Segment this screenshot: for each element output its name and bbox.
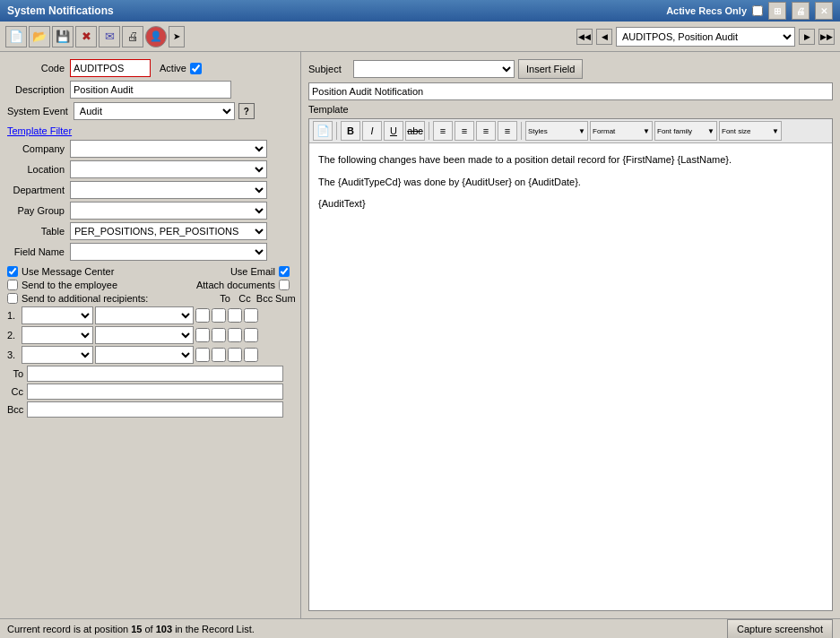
recipient-select2-3[interactable]	[95, 346, 194, 364]
location-label: Location	[7, 164, 70, 175]
active-checkbox[interactable]	[190, 63, 202, 74]
use-message-center-checkbox[interactable]	[7, 266, 18, 277]
ed-align-right-btn[interactable]: ≡	[476, 121, 496, 141]
cc-input[interactable]	[27, 384, 283, 400]
table-label: Table	[7, 226, 70, 237]
ed-align-center-btn[interactable]: ≡	[455, 121, 474, 141]
recipient-sum-2[interactable]	[244, 328, 258, 342]
ed-underline-btn[interactable]: U	[384, 121, 403, 141]
ed-strikethrough-btn[interactable]: abc	[405, 121, 425, 141]
col-sum-header: Sum	[275, 293, 293, 304]
recipient-select2-1[interactable]	[95, 306, 194, 324]
use-email-label: Use Email	[230, 266, 275, 277]
ed-font-family-dropdown[interactable]: Font family ▼	[654, 121, 717, 141]
description-input[interactable]	[70, 81, 231, 99]
use-email-checkbox[interactable]	[279, 266, 290, 277]
print-btn[interactable]: 🖨	[122, 26, 143, 47]
recipient-select1-1[interactable]	[22, 306, 93, 324]
template-editor: 📄 B I U abc ≡ ≡ ≡ ≡ Styles ▼ Format	[308, 118, 833, 611]
ed-sep-1	[336, 122, 337, 140]
subject-value-row	[308, 82, 833, 100]
nav-record-select[interactable]: AUDITPOS, Position Audit	[616, 27, 795, 47]
window-icon-1[interactable]: ⊞	[768, 2, 786, 20]
person-btn[interactable]: 👤	[145, 26, 167, 47]
to-row: To	[7, 366, 293, 382]
ed-italic-btn[interactable]: I	[362, 121, 382, 141]
to-input[interactable]	[27, 366, 283, 382]
system-event-select[interactable]: Audit	[74, 102, 235, 120]
cc-row: Cc	[7, 384, 293, 400]
ed-bold-btn[interactable]: B	[341, 121, 360, 141]
code-input[interactable]	[70, 59, 151, 77]
save-btn[interactable]: 💾	[52, 26, 74, 47]
insert-field-button[interactable]: Insert Field	[518, 59, 583, 79]
send-employee-checkbox[interactable]	[7, 280, 18, 290]
bcc-label: Bcc	[7, 404, 27, 415]
right-panel: Subject Insert Field Template 📄 B I	[301, 52, 840, 618]
window-icon-2[interactable]: 🖨	[792, 2, 810, 20]
send-additional-checkbox[interactable]	[7, 293, 18, 304]
open-btn[interactable]: 📂	[29, 26, 50, 47]
nav-prev[interactable]: ◀	[596, 29, 612, 45]
recipient-select1-2[interactable]	[22, 326, 93, 344]
recipient-cc-3[interactable]	[212, 348, 226, 362]
subject-value-input[interactable]	[308, 82, 833, 100]
nav-next[interactable]: ▶	[799, 29, 815, 45]
use-email-right: Use Email	[230, 266, 293, 277]
fieldname-select[interactable]	[70, 243, 267, 261]
recipient-row-1: 1.	[7, 306, 293, 324]
active-recs-checkbox[interactable]	[752, 5, 763, 16]
editor-content-area[interactable]: The following changes have been made to …	[309, 143, 832, 610]
email-btn[interactable]: ✉	[99, 26, 120, 47]
recipient-to-2[interactable]	[195, 328, 210, 342]
recipient-bcc-2[interactable]	[228, 328, 242, 342]
ed-styles-dropdown[interactable]: Styles ▼	[525, 121, 588, 141]
recipient-cc-1[interactable]	[212, 308, 226, 323]
department-select[interactable]	[70, 181, 267, 199]
delete-btn[interactable]: ✖	[75, 26, 97, 47]
department-label: Department	[7, 185, 70, 195]
attach-docs-checkbox[interactable]	[279, 280, 290, 290]
location-select[interactable]	[70, 160, 267, 178]
toolbar-left: 📄 📂 💾 ✖ ✉ 🖨 👤 ➤	[5, 26, 185, 47]
send-employee-label: Send to the employee	[22, 280, 117, 290]
table-row: Table PER_POSITIONS, PER_POSITIONS	[7, 222, 293, 240]
col-bcc-header: Bcc	[255, 293, 273, 304]
nav-last[interactable]: ▶▶	[818, 29, 835, 45]
recipient-cc-2[interactable]	[212, 328, 226, 342]
help-btn[interactable]: ?	[238, 103, 255, 119]
recipient-to-1[interactable]	[195, 308, 210, 323]
recipient-bcc-1[interactable]	[228, 308, 242, 323]
to-label: To	[7, 368, 27, 379]
new-btn[interactable]: 📄	[5, 26, 27, 47]
capture-screenshot-button[interactable]: Capture screenshot	[727, 619, 833, 639]
ed-sep-3	[521, 122, 522, 140]
template-filter-title[interactable]: Template Filter	[7, 125, 293, 136]
paygroup-select[interactable]	[70, 202, 267, 220]
recipient-sum-3[interactable]	[244, 348, 258, 362]
subject-dropdown[interactable]	[353, 60, 515, 78]
use-message-center-label: Use Message Center	[22, 266, 114, 277]
ed-align-left-btn[interactable]: ≡	[433, 121, 453, 141]
company-select[interactable]	[70, 140, 267, 158]
recipient-sum-1[interactable]	[244, 308, 258, 323]
send-employee-row: Send to the employee Attach documents	[7, 280, 293, 290]
window-icon-3[interactable]: ✕	[815, 2, 833, 20]
recipient-select2-2[interactable]	[95, 326, 194, 344]
ed-doc-btn[interactable]: 📄	[313, 121, 333, 141]
main-toolbar: 📄 📂 💾 ✖ ✉ 🖨 👤 ➤ ◀◀ ◀ AUDITPOS, Position …	[0, 22, 840, 52]
ed-font-size-dropdown[interactable]: Font size ▼	[719, 121, 782, 141]
bcc-input[interactable]	[27, 401, 283, 418]
recipient-bcc-3[interactable]	[228, 348, 242, 362]
recipient-select1-3[interactable]	[22, 346, 93, 364]
recipient-to-3[interactable]	[195, 348, 210, 362]
paygroup-row: Pay Group	[7, 202, 293, 220]
title-bar: System Notifications Active Recs Only ⊞ …	[0, 0, 840, 22]
system-event-label: System Event	[7, 106, 74, 116]
ed-format-dropdown[interactable]: Format ▼	[590, 121, 653, 141]
ed-justify-btn[interactable]: ≡	[498, 121, 517, 141]
ed-sep-2	[429, 122, 429, 140]
arrow-btn[interactable]: ➤	[169, 26, 185, 47]
nav-first[interactable]: ◀◀	[576, 29, 593, 45]
table-select[interactable]: PER_POSITIONS, PER_POSITIONS	[70, 222, 267, 240]
